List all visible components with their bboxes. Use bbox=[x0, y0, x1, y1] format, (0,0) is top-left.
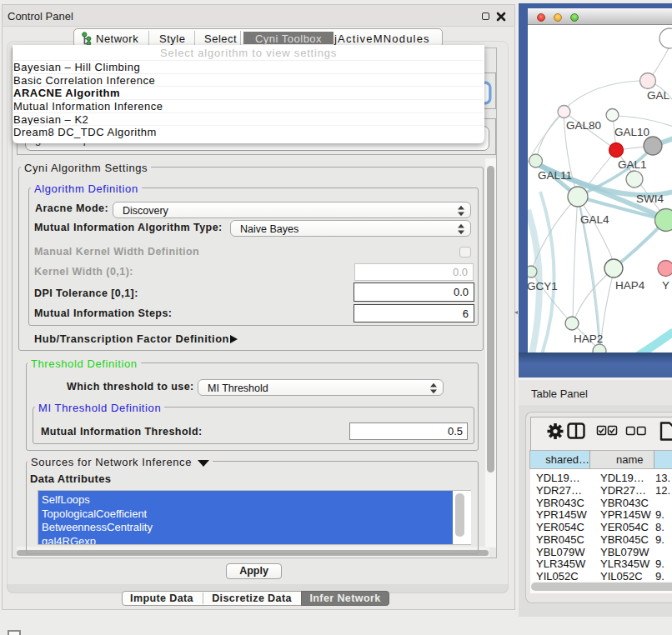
svg-text:HAP4: HAP4 bbox=[615, 279, 645, 292]
svg-text:GAL: GAL bbox=[647, 89, 670, 102]
svg-text:GAL80: GAL80 bbox=[566, 119, 601, 132]
svg-text:Y: Y bbox=[662, 279, 669, 292]
svg-text:SWI4: SWI4 bbox=[636, 192, 664, 205]
svg-text:HAP2: HAP2 bbox=[574, 332, 603, 345]
svg-text:GCY1: GCY1 bbox=[528, 280, 558, 292]
svg-text:GAL11: GAL11 bbox=[538, 169, 572, 182]
svg-text:GAL4: GAL4 bbox=[580, 213, 609, 226]
svg-text:GAL10: GAL10 bbox=[614, 126, 649, 138]
svg-text:GAL1: GAL1 bbox=[618, 158, 647, 171]
